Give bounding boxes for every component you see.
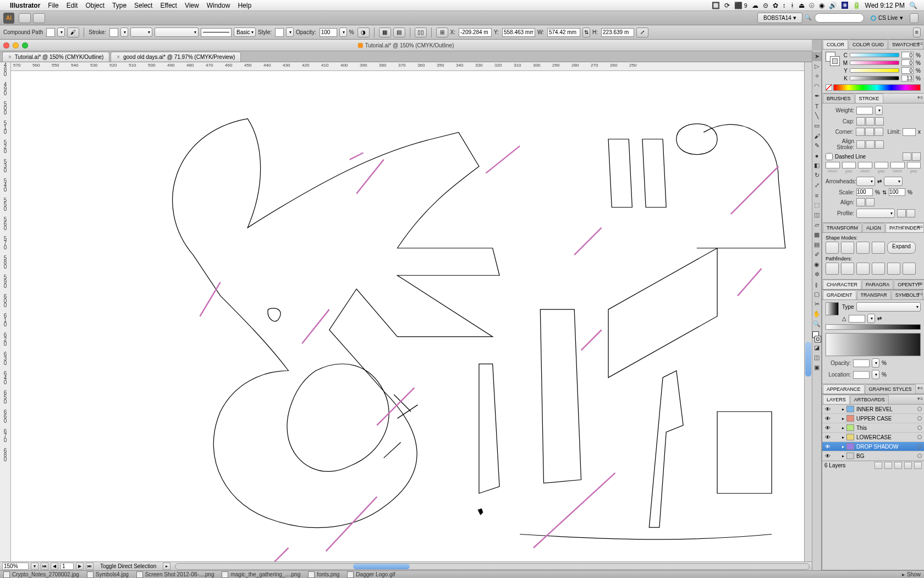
type-tool[interactable]: T bbox=[812, 101, 821, 111]
merge-button[interactable] bbox=[856, 263, 870, 275]
new-layer-button[interactable] bbox=[904, 462, 912, 469]
rectangle-tool[interactable]: ▭ bbox=[812, 121, 821, 130]
dash2[interactable] bbox=[858, 162, 872, 168]
reverse-grad-icon[interactable]: ⇄ bbox=[877, 315, 882, 321]
canvas[interactable] bbox=[11, 71, 804, 561]
dock-item[interactable]: Screen Shot 2012-08-....png bbox=[136, 571, 215, 578]
dash-preserve[interactable] bbox=[903, 152, 911, 161]
tab-artboards[interactable]: ARTBOARDS bbox=[850, 395, 889, 404]
profile-dd[interactable] bbox=[856, 209, 895, 218]
tab-gradient[interactable]: GRADIENT bbox=[823, 290, 856, 299]
divide-button[interactable] bbox=[826, 263, 839, 275]
zoom-dropdown[interactable]: ▾ bbox=[31, 563, 38, 570]
menu-view[interactable]: View bbox=[185, 2, 199, 9]
transform-ref-button[interactable]: ⊞ bbox=[436, 28, 448, 37]
dock-item[interactable]: Dagger Logo.gif bbox=[347, 571, 395, 578]
close-tab-icon[interactable]: × bbox=[8, 54, 12, 60]
align-outside[interactable] bbox=[875, 140, 884, 149]
dock-item[interactable]: magic_the_gathering_....png bbox=[222, 571, 300, 578]
arrow-align2[interactable] bbox=[866, 198, 875, 206]
layer-name[interactable]: DROP SHADOW bbox=[856, 444, 915, 450]
h-input[interactable] bbox=[601, 28, 634, 37]
pencil-tool[interactable]: ✎ bbox=[812, 141, 821, 150]
cap-projecting[interactable] bbox=[875, 117, 884, 126]
magenta-value[interactable]: 0 bbox=[901, 59, 914, 66]
constrain-icon[interactable]: ⇅ bbox=[582, 28, 590, 37]
constrain-button[interactable]: ⤢ bbox=[636, 28, 648, 37]
minus-front-button[interactable] bbox=[841, 242, 854, 254]
volume-icon[interactable]: 🔊 bbox=[829, 2, 837, 9]
vertical-ruler[interactable]: 4804905005105205305405505605705805906006… bbox=[0, 62, 11, 561]
sys-icon[interactable]: ⊝ bbox=[763, 2, 768, 9]
tab-brushes[interactable]: BRUSHES bbox=[823, 94, 855, 103]
layer-row[interactable]: 👁▸LOWERCASE bbox=[822, 433, 924, 442]
align-center[interactable] bbox=[856, 140, 865, 149]
zoom-tool[interactable]: 🔍 bbox=[812, 319, 821, 329]
controlbar-menu[interactable]: ≡ bbox=[913, 28, 921, 37]
slice-tool[interactable]: ✂︎ bbox=[812, 299, 821, 309]
fill-dropdown[interactable] bbox=[57, 28, 65, 37]
grad-op-dd[interactable] bbox=[872, 358, 879, 368]
stroke-dropdown[interactable] bbox=[120, 28, 128, 37]
gradient-type-dd[interactable] bbox=[856, 302, 921, 312]
horizontal-ruler[interactable]: 5705605505405305205105004904804704604504… bbox=[11, 62, 804, 71]
visibility-icon[interactable]: 👁 bbox=[824, 416, 831, 422]
new-sublayer-button[interactable] bbox=[894, 462, 902, 469]
panel-menu-icon[interactable]: ▾≡ bbox=[917, 41, 923, 46]
visibility-icon[interactable]: 👁 bbox=[824, 453, 831, 459]
bridge-button[interactable] bbox=[19, 13, 31, 23]
rotate-tool[interactable]: ↻ bbox=[812, 171, 821, 180]
sys-icon[interactable]: ↕︎ bbox=[783, 2, 786, 9]
target-icon[interactable] bbox=[917, 407, 922, 411]
cap-butt[interactable] bbox=[856, 117, 865, 126]
wifi-icon[interactable]: ⦾ bbox=[809, 2, 815, 9]
tab-color[interactable]: COLOR bbox=[823, 40, 848, 49]
color-fillstroke[interactable] bbox=[826, 52, 840, 66]
collapse-button[interactable] bbox=[910, 13, 919, 23]
arrow-start[interactable] bbox=[856, 177, 875, 186]
cyan-slider[interactable] bbox=[850, 53, 899, 57]
magenta-slider[interactable] bbox=[850, 61, 899, 65]
stroke-swatch[interactable] bbox=[109, 28, 118, 37]
cs-live-button[interactable]: CS Live ▾ bbox=[866, 13, 908, 23]
close-window-button[interactable] bbox=[3, 42, 9, 48]
tab-paragraph[interactable]: PARAGRA bbox=[862, 280, 893, 289]
menu-help[interactable]: Help bbox=[238, 2, 251, 9]
variable-width[interactable] bbox=[155, 28, 199, 37]
tab-align[interactable]: ALIGN bbox=[862, 223, 885, 232]
column-graph-tool[interactable]: ⫿ bbox=[812, 280, 821, 289]
recolor-button[interactable]: 🖌︎ bbox=[67, 28, 79, 37]
gradient-tool[interactable]: ▤ bbox=[812, 240, 821, 249]
perspective-tool[interactable]: ▱ bbox=[812, 220, 821, 230]
sys-icon[interactable]: ⏏ bbox=[799, 2, 805, 9]
gap2[interactable] bbox=[875, 162, 889, 168]
trim-button[interactable] bbox=[841, 263, 854, 275]
visibility-icon[interactable]: 👁 bbox=[824, 406, 831, 412]
target-icon[interactable] bbox=[917, 435, 922, 439]
bluetooth-icon[interactable]: ᚼ bbox=[790, 2, 794, 9]
panel-menu-icon[interactable]: ▾≡ bbox=[917, 385, 923, 391]
arrow-scale1[interactable]: 100 bbox=[856, 188, 873, 196]
clock[interactable]: Wed 9:12 PM bbox=[865, 2, 905, 9]
gradient-preview-large[interactable] bbox=[826, 333, 921, 356]
target-icon[interactable] bbox=[917, 426, 922, 430]
color-mode-button[interactable]: ◪ bbox=[812, 343, 821, 352]
search-icon[interactable]: 🔍 bbox=[805, 14, 812, 22]
vertical-scrollbar[interactable] bbox=[804, 62, 812, 561]
unite-button[interactable] bbox=[826, 242, 839, 254]
next-artboard-button[interactable]: ▶ bbox=[76, 563, 84, 570]
layer-row[interactable]: 👁▸UPPER CASE bbox=[822, 414, 924, 423]
zoom-window-button[interactable] bbox=[22, 42, 28, 48]
cyan-value[interactable]: 0 bbox=[901, 52, 914, 58]
tab-good-old-days[interactable]: ×good old days.ai* @ 71.97% (CMYK/Previe… bbox=[111, 52, 241, 62]
help-search[interactable] bbox=[815, 13, 864, 23]
menu-file[interactable]: File bbox=[48, 2, 58, 9]
opacity-input[interactable] bbox=[320, 28, 337, 37]
layer-row[interactable]: 👁▸This bbox=[822, 423, 924, 433]
dock-item[interactable]: fonts.png bbox=[308, 571, 339, 578]
delete-layer-button[interactable] bbox=[914, 462, 922, 469]
flip-v[interactable] bbox=[906, 209, 915, 217]
first-artboard-button[interactable]: ⏮ bbox=[41, 563, 48, 570]
lasso-tool[interactable]: ◠ bbox=[812, 81, 821, 91]
mesh-tool[interactable]: ▦ bbox=[812, 230, 821, 239]
